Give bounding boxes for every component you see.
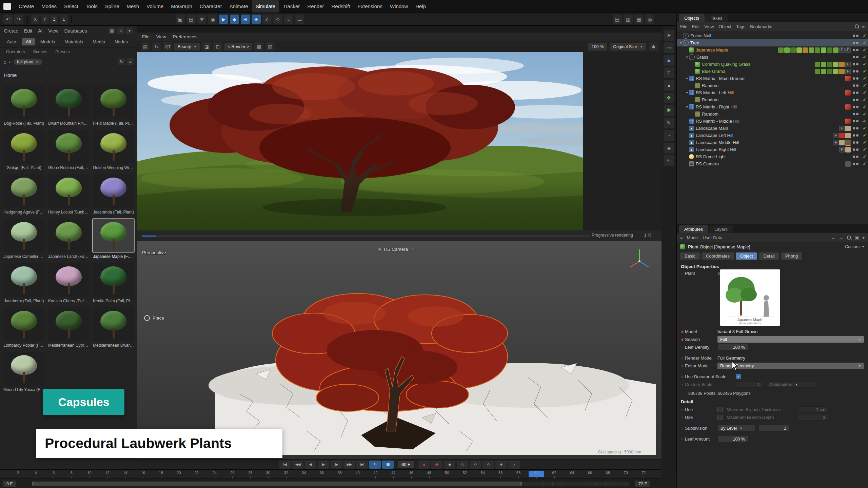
season-dropdown[interactable]: Fall▼ [717,336,864,343]
size-dropdown[interactable]: Original Size ▼ [610,43,646,50]
menu-window[interactable]: Window [386,0,412,13]
param-dot-icon[interactable]: ○ [679,364,685,368]
dropdown[interactable]: By Level▼ [717,425,755,431]
texture-tag-chip[interactable] [845,133,851,138]
object-menu-file[interactable]: File [680,24,687,29]
filter-icon[interactable]: ≡ [862,24,865,29]
enabled-check-icon[interactable]: ✓ [861,161,868,166]
object-menu-edit[interactable]: Edit [692,24,699,29]
menu-render[interactable]: Render [303,0,328,13]
menu-extensions[interactable]: Extensions [354,0,386,13]
asset-subtab-operators[interactable]: Operators [3,49,28,55]
asset-tab-models[interactable]: Models [36,38,59,45]
current-frame-field[interactable]: 60 F [398,461,414,469]
editor-visibility-dot[interactable] [853,35,855,37]
refresh-icon[interactable]: ↻ [118,58,125,65]
leaf-texture-chip[interactable] [833,47,839,53]
render-visibility-dot[interactable] [856,42,859,44]
render-view-menu-file[interactable]: File [142,34,150,39]
measure-icon[interactable]: ◔ [664,130,674,141]
attr-chip-detail[interactable]: Detail [759,252,779,260]
magnet-icon[interactable]: ◈ [664,143,674,154]
axis-lock-z[interactable]: Z [50,15,58,24]
viewport-camera-label[interactable]: ◉ RS Camera ▼ [378,247,414,252]
redshift-object-tag-chip[interactable] [845,104,851,110]
leaf-texture-chip[interactable] [827,69,832,74]
value-field[interactable]: 1 [759,425,789,431]
keyframe-button[interactable]: ◆ [444,461,455,469]
asset-menu-databases[interactable]: Databases [64,28,87,34]
search-icon[interactable] [854,24,859,29]
render-visibility-dot[interactable] [856,99,859,101]
visibility-dots[interactable] [853,99,859,101]
axis-lock-x[interactable]: X [31,15,39,24]
object-row-rs-matrix-right-hill[interactable]: ▼RS Matrix - Right Hill✓ [677,103,868,110]
prev-key-button[interactable]: ◀◀ [292,461,303,469]
object-row-grass[interactable]: ▼+Grass✓ [677,54,868,61]
object-row-rs-matrix-middle-hill[interactable]: RS Matrix - Middle Hill✓ [677,118,868,125]
editor-visibility-dot[interactable] [853,113,855,115]
visibility-dots[interactable] [853,49,859,51]
plant-asset-card[interactable]: Mediterranean Cypress (Fall, Plant) [47,307,90,348]
filter-settings-icon[interactable]: ≡ [127,58,134,65]
quantize-icon[interactable]: ∠ [262,15,272,24]
render-visibility-dot[interactable] [856,141,859,144]
rect-select-icon[interactable]: ▭ [664,42,674,53]
online-help-icon[interactable]: ◎ [645,15,654,24]
plant-asset-card[interactable]: Japanese Larch (Fall, Plant) [47,219,90,259]
scale-key-icon[interactable]: ◇ [470,461,481,469]
editor-visibility-dot[interactable] [853,56,855,58]
checkbox-unchecked[interactable] [717,407,723,412]
leaf-texture-chip[interactable] [833,69,839,74]
enabled-check-icon[interactable]: ✓ [861,126,868,131]
leaf-texture-chip[interactable] [821,62,826,67]
plant-asset-card[interactable]: Dog-Rose (Fall, Plant) [3,85,45,126]
enabled-check-icon[interactable]: ✓ [861,83,868,88]
app-logo-icon[interactable] [3,3,11,10]
menu-redshift[interactable]: Redshift [328,0,354,13]
viewport-view-label[interactable]: Perspective [142,250,166,255]
leaf-texture-chip[interactable] [839,69,845,74]
asset-tab-materials[interactable]: Materials [60,38,87,45]
leaf-texture-chip[interactable] [827,47,832,53]
visibility-dots[interactable] [853,42,859,44]
material-tag-chip[interactable]: F [839,147,845,152]
end-frame-field[interactable]: 72 F [635,480,651,488]
enabled-check-icon[interactable]: ✓ [861,47,868,53]
enabled-check-icon[interactable]: ✓ [861,154,868,159]
visibility-dots[interactable] [853,148,859,151]
expand-arrow-icon[interactable]: ▼ [685,105,689,109]
search-icon[interactable] [847,235,851,240]
panel-menu-icon[interactable]: ▾ [126,27,133,34]
enabled-check-icon[interactable]: ✓ [861,119,868,124]
text-tool-icon[interactable]: T [664,67,674,78]
viewport-3d[interactable]: Perspective ◉ RS Camera ▼ Place Grid spa… [137,241,662,459]
axis-gizmo[interactable] [628,246,651,270]
attr-menu-mode[interactable]: Mode [687,235,698,240]
asset-tab-all[interactable]: All [22,38,35,45]
object-row-random[interactable]: Random✓ [677,82,868,89]
leaf-texture-chip[interactable] [803,47,808,53]
asset-menu-ai[interactable]: AI [38,28,42,34]
ab-compare-icon[interactable]: ◪ [202,42,211,51]
leaf-texture-chip[interactable] [815,62,820,67]
enabled-check-icon[interactable]: ✓ [861,69,868,74]
plant-asset-card[interactable]: Ginkgo (Fall, Plant) [3,130,45,170]
leaf-texture-chip[interactable] [821,47,826,53]
range-button[interactable]: ▦ [382,461,394,469]
render-visibility-dot[interactable] [856,134,859,137]
render-visibility-dot[interactable] [856,70,859,73]
generator-icon[interactable]: ✱ [664,105,674,116]
texture-tag-chip[interactable] [845,126,851,131]
search-filter-chip[interactable]: fall plant ✕ [14,59,42,65]
leaf-texture-chip[interactable] [784,47,790,53]
expand-arrow-icon[interactable]: ▼ [679,41,683,45]
expand-arrow-icon[interactable]: ▼ [685,77,689,80]
plant-asset-card[interactable]: Kentia Palm (Fall, Plant) [92,263,135,303]
layout-monitor2-icon[interactable]: ▥ [624,15,633,24]
viewport-layout-icon[interactable]: ▣ [176,15,185,24]
menu-tracker[interactable]: Tracker [279,0,303,13]
visibility-dots[interactable] [853,141,859,144]
modeling-axis-icon[interactable]: ○ [284,15,293,24]
menu-create[interactable]: Create [15,0,38,13]
